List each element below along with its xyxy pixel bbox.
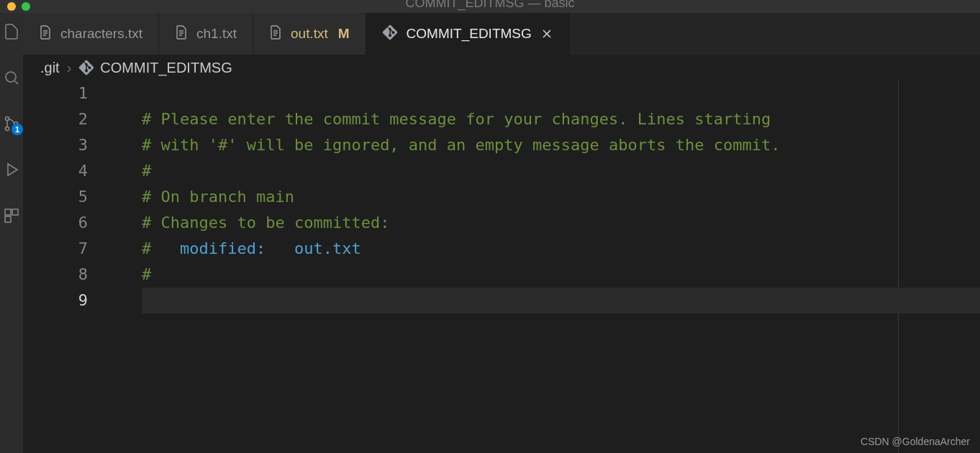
filename-text: out.txt: [294, 239, 361, 257]
svg-point-2: [6, 127, 9, 131]
editor-tab[interactable]: COMMIT_EDITMSG: [366, 13, 570, 55]
activity-bar: 1: [0, 13, 23, 453]
code-line[interactable]: #: [142, 262, 980, 288]
tab-label: COMMIT_EDITMSG: [407, 26, 532, 42]
code-editor[interactable]: 123456789 # Please enter the commit mess…: [23, 81, 980, 453]
tab-bar: characters.txtch1.txtout.txtMCOMMIT_EDIT…: [23, 13, 980, 55]
code-line[interactable]: # Changes to be committed:: [142, 210, 980, 236]
comment-text: #: [142, 239, 180, 257]
code-content[interactable]: # Please enter the commit message for yo…: [142, 81, 980, 314]
window-title: COMMIT_EDITMSG — basic: [405, 0, 574, 11]
breadcrumb-label: .git: [40, 60, 60, 76]
activity-run-icon[interactable]: [3, 161, 20, 178]
svg-rect-6: [5, 216, 11, 222]
traffic-minimize[interactable]: [7, 2, 16, 11]
activity-search-icon[interactable]: [3, 69, 20, 86]
comment-text: # with '#' will be ignored, and an empty…: [142, 136, 780, 154]
code-line[interactable]: # with '#' will be ignored, and an empty…: [142, 132, 980, 158]
tab-label: out.txt: [291, 26, 328, 42]
comment-text: # Please enter the commit message for yo…: [142, 110, 771, 128]
code-line[interactable]: # modified: out.txt: [142, 236, 980, 262]
spacer: [266, 239, 294, 257]
comment-text: # Changes to be committed:: [142, 214, 389, 232]
svg-rect-5: [12, 209, 18, 215]
breadcrumb-segment[interactable]: .git: [40, 60, 60, 76]
window-titlebar: COMMIT_EDITMSG — basic: [0, 0, 980, 13]
breadcrumb-label: COMMIT_EDITMSG: [100, 60, 232, 76]
editor-zone: characters.txtch1.txtout.txtMCOMMIT_EDIT…: [23, 13, 980, 453]
close-icon[interactable]: [540, 27, 553, 40]
main-area: 1 characters.txtch1.txtout.txtMCOMMIT_ED…: [0, 13, 980, 453]
editor-tab[interactable]: characters.txt: [23, 13, 159, 55]
line-number-gutter: 123456789: [23, 81, 109, 314]
comment-text: #: [142, 265, 151, 283]
code-line[interactable]: #: [142, 158, 980, 184]
line-number: 6: [23, 210, 88, 236]
editor-tab[interactable]: out.txtM: [253, 13, 366, 55]
line-number: 7: [23, 236, 88, 262]
comment-text: #: [142, 162, 151, 180]
code-line[interactable]: # On branch main: [142, 184, 980, 210]
activity-scm-icon[interactable]: 1: [3, 115, 20, 132]
svg-point-1: [6, 117, 9, 121]
line-number: 8: [23, 262, 88, 288]
activity-explorer-icon[interactable]: [3, 23, 20, 40]
modified-indicator: M: [338, 26, 350, 42]
line-number: 3: [23, 132, 88, 158]
breadcrumb[interactable]: .git›COMMIT_EDITMSG: [23, 55, 980, 81]
activity-extensions-icon[interactable]: [3, 207, 20, 224]
git-icon: [382, 24, 398, 44]
line-number: 9: [23, 288, 88, 314]
line-number: 2: [23, 106, 88, 132]
text-file-icon: [39, 25, 52, 43]
svg-rect-4: [5, 209, 11, 215]
scm-badge: 1: [12, 124, 23, 135]
breadcrumb-separator: ›: [67, 60, 72, 76]
keyword-text: modified:: [180, 239, 266, 257]
comment-text: # On branch main: [142, 188, 294, 206]
traffic-fullscreen[interactable]: [22, 2, 30, 11]
svg-point-0: [6, 72, 16, 82]
tab-label: ch1.txt: [196, 26, 237, 42]
code-line[interactable]: [142, 81, 980, 106]
line-number: 1: [23, 81, 88, 106]
code-line[interactable]: [142, 288, 980, 314]
code-line[interactable]: # Please enter the commit message for yo…: [142, 106, 980, 132]
tab-label: characters.txt: [60, 26, 142, 42]
text-file-icon: [175, 25, 188, 43]
line-number: 5: [23, 184, 88, 210]
text-file-icon: [269, 25, 282, 43]
editor-tab[interactable]: ch1.txt: [159, 13, 253, 55]
line-number: 4: [23, 158, 88, 184]
breadcrumb-segment[interactable]: COMMIT_EDITMSG: [78, 60, 232, 76]
